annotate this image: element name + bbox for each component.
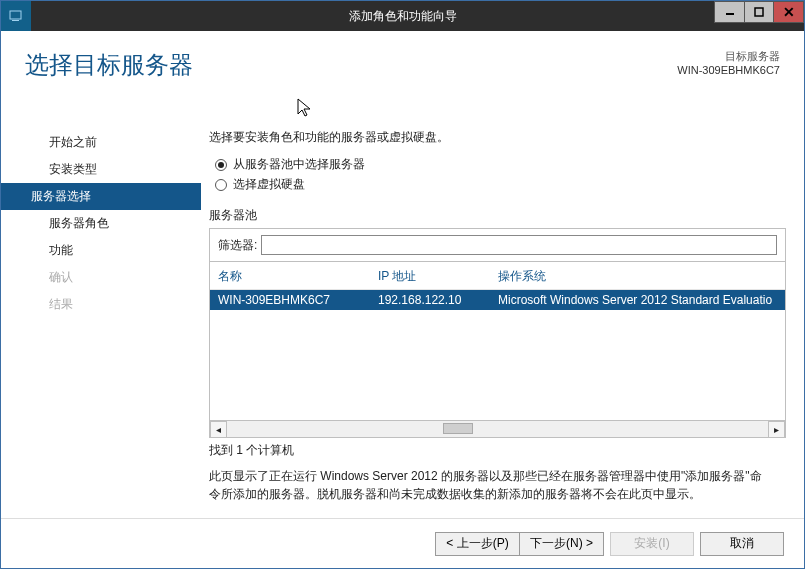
scroll-thumb[interactable] <box>443 423 473 434</box>
nav-confirm: 确认 <box>1 264 201 291</box>
filter-label: 筛选器: <box>218 237 257 254</box>
window-body: 选择目标服务器 目标服务器 WIN-309EBHMK6C7 开始之前 安装类型 … <box>1 31 804 568</box>
description-text: 此页显示了正在运行 Windows Server 2012 的服务器以及那些已经… <box>209 467 769 503</box>
radio-vhd-row[interactable]: 选择虚拟硬盘 <box>215 176 786 193</box>
server-pool-label: 服务器池 <box>209 207 786 224</box>
window-title: 添加角色和功能向导 <box>349 8 457 25</box>
col-header-os[interactable]: 操作系统 <box>498 268 777 285</box>
col-header-name[interactable]: 名称 <box>218 268 378 285</box>
app-icon <box>1 1 31 31</box>
content-pane: 选择要安装角色和功能的服务器或虚拟硬盘。 从服务器池中选择服务器 选择虚拟硬盘 … <box>201 119 804 510</box>
col-header-ip[interactable]: IP 地址 <box>378 268 498 285</box>
destination-box: 目标服务器 WIN-309EBHMK6C7 <box>677 49 780 76</box>
radio-server-pool-label: 从服务器池中选择服务器 <box>233 156 365 173</box>
install-button: 安装(I) <box>610 532 694 556</box>
nav-features[interactable]: 功能 <box>1 237 201 264</box>
table-row[interactable]: WIN-309EBHMK6C7 192.168.122.10 Microsoft… <box>210 290 785 310</box>
filter-input[interactable] <box>261 235 777 255</box>
horizontal-scrollbar[interactable]: ◂ ▸ <box>210 420 785 437</box>
nav-before-begin[interactable]: 开始之前 <box>1 129 201 156</box>
page-title: 选择目标服务器 <box>25 49 193 81</box>
scroll-right-icon[interactable]: ▸ <box>768 421 785 438</box>
header-row: 选择目标服务器 目标服务器 WIN-309EBHMK6C7 <box>1 31 804 89</box>
instruction-text: 选择要安装角色和功能的服务器或虚拟硬盘。 <box>209 129 786 146</box>
footer: < 上一步(P) 下一步(N) > 安装(I) 取消 <box>1 518 804 568</box>
nav-install-type[interactable]: 安装类型 <box>1 156 201 183</box>
destination-label: 目标服务器 <box>677 49 780 64</box>
found-count-text: 找到 1 个计算机 <box>209 442 786 459</box>
window-controls: ✕ <box>714 9 804 23</box>
table-body: WIN-309EBHMK6C7 192.168.122.10 Microsoft… <box>210 290 785 420</box>
nav-server-roles[interactable]: 服务器角色 <box>1 210 201 237</box>
table-header: 名称 IP 地址 操作系统 <box>210 262 785 290</box>
maximize-button[interactable] <box>744 1 774 23</box>
wizard-window: 添加角色和功能向导 ✕ 选择目标服务器 目标服务器 WIN-309EBHMK6C… <box>0 0 805 569</box>
main-area: 开始之前 安装类型 服务器选择 服务器角色 功能 确认 结果 选择要安装角色和功… <box>1 119 804 510</box>
scroll-track[interactable] <box>227 421 768 438</box>
radio-vhd-label: 选择虚拟硬盘 <box>233 176 305 193</box>
svg-rect-0 <box>10 11 21 19</box>
radio-vhd[interactable] <box>215 179 227 191</box>
nav-server-selection[interactable]: 服务器选择 <box>1 183 201 210</box>
server-pool-box: 筛选器: 名称 IP 地址 操作系统 WIN-309EBHMK6C7 192.1… <box>209 228 786 438</box>
titlebar: 添加角色和功能向导 ✕ <box>1 1 804 31</box>
wizard-nav: 开始之前 安装类型 服务器选择 服务器角色 功能 确认 结果 <box>1 119 201 510</box>
svg-rect-3 <box>755 8 763 16</box>
filter-row: 筛选器: <box>210 229 785 262</box>
scroll-left-icon[interactable]: ◂ <box>210 421 227 438</box>
cancel-button[interactable]: 取消 <box>700 532 784 556</box>
svg-rect-1 <box>12 20 19 21</box>
close-button[interactable]: ✕ <box>774 1 804 23</box>
next-button[interactable]: 下一步(N) > <box>519 532 604 556</box>
previous-button[interactable]: < 上一步(P) <box>435 532 519 556</box>
radio-server-pool-row[interactable]: 从服务器池中选择服务器 <box>215 156 786 173</box>
cell-name: WIN-309EBHMK6C7 <box>218 293 378 307</box>
cell-ip: 192.168.122.10 <box>378 293 498 307</box>
cell-os: Microsoft Windows Server 2012 Standard E… <box>498 293 777 307</box>
radio-server-pool[interactable] <box>215 159 227 171</box>
nav-results: 结果 <box>1 291 201 318</box>
destination-server-name: WIN-309EBHMK6C7 <box>677 64 780 76</box>
minimize-button[interactable] <box>714 1 744 23</box>
